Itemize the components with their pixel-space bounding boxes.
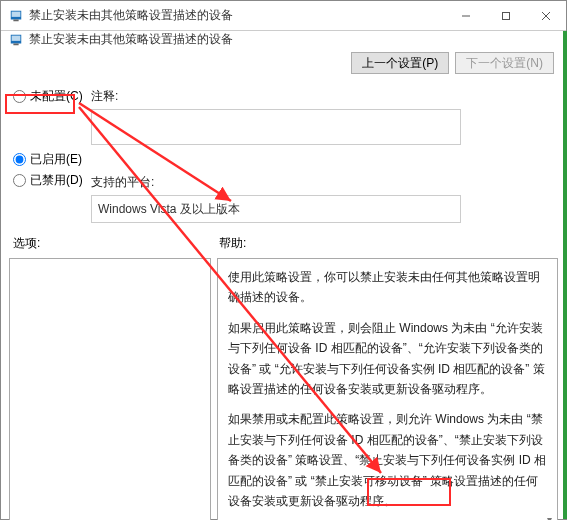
config-area: 未配置(C) 注释: 已启用(E) 已禁用(D) 支持的平台: Windows …: [1, 84, 566, 223]
pane-labels: 选项: 帮助:: [1, 235, 566, 252]
chevron-down-icon[interactable]: ▾: [542, 512, 556, 520]
radio-not-configured-label[interactable]: 未配置(C): [30, 88, 83, 105]
help-label: 帮助:: [219, 236, 246, 250]
svg-rect-8: [12, 35, 21, 40]
svg-rect-9: [13, 43, 18, 45]
policy-header: 禁止安装未由其他策略设置描述的设备: [1, 31, 566, 48]
policy-title: 禁止安装未由其他策略设置描述的设备: [29, 31, 233, 48]
close-button[interactable]: [526, 1, 566, 31]
titlebar: 禁止安装未由其他策略设置描述的设备: [1, 1, 566, 31]
prev-setting-button[interactable]: 上一个设置(P): [351, 52, 449, 74]
svg-rect-1: [12, 11, 21, 16]
minimize-button[interactable]: [446, 1, 486, 31]
supported-platform-box: Windows Vista 及以上版本: [91, 195, 461, 223]
help-paragraph: 如果禁用或未配置此策略设置，则允许 Windows 为未由 “禁止安装与下列任何…: [228, 409, 547, 511]
row-disabled: 已禁用(D) 支持的平台:: [13, 172, 554, 191]
app-icon: [9, 9, 23, 23]
comment-label: 注释:: [91, 88, 118, 105]
svg-rect-4: [503, 12, 510, 19]
help-pane[interactable]: 使用此策略设置，你可以禁止安装未由任何其他策略设置明确描述的设备。 如果启用此策…: [217, 258, 558, 520]
dialog-window: 禁止安装未由其他策略设置描述的设备 禁止安装未由其他策略设置描述的设备 上一个设…: [0, 0, 567, 520]
maximize-button[interactable]: [486, 1, 526, 31]
supported-platform-value: Windows Vista 及以上版本: [98, 201, 240, 218]
radio-not-configured[interactable]: [13, 90, 26, 103]
platform-label: 支持的平台:: [91, 174, 154, 191]
row-not-configured: 未配置(C) 注释:: [13, 88, 554, 105]
titlebar-title: 禁止安装未由其他策略设置描述的设备: [29, 7, 446, 24]
window-controls: [446, 1, 566, 31]
help-paragraph: 使用此策略设置，你可以禁止安装未由任何其他策略设置明确描述的设备。: [228, 267, 547, 308]
options-pane[interactable]: [9, 258, 211, 520]
radio-enabled[interactable]: [13, 153, 26, 166]
radio-enabled-label[interactable]: 已启用(E): [30, 151, 82, 168]
next-setting-button: 下一个设置(N): [455, 52, 554, 74]
svg-rect-2: [13, 19, 18, 21]
radio-disabled-label[interactable]: 已禁用(D): [30, 172, 83, 189]
radio-disabled[interactable]: [13, 174, 26, 187]
options-label: 选项:: [13, 236, 40, 250]
row-enabled: 已启用(E): [13, 151, 554, 168]
comment-textarea[interactable]: [91, 109, 461, 145]
policy-icon: [9, 33, 23, 47]
nav-row: 上一个设置(P) 下一个设置(N): [1, 48, 566, 84]
panes: 使用此策略设置，你可以禁止安装未由任何其他策略设置明确描述的设备。 如果启用此策…: [1, 258, 566, 520]
help-paragraph: 如果启用此策略设置，则会阻止 Windows 为未由 “允许安装与下列任何设备 …: [228, 318, 547, 400]
